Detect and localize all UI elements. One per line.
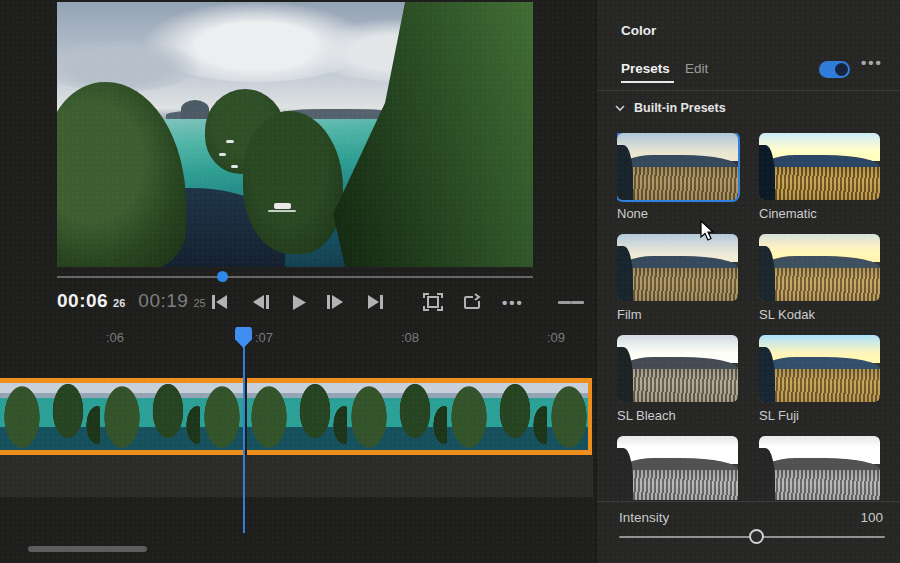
playhead-handle[interactable] — [235, 327, 252, 348]
timeline-horizontal-scrollbar[interactable] — [28, 546, 147, 552]
duration-frames: 25 — [193, 297, 205, 309]
play-button[interactable] — [286, 290, 312, 314]
skip-end-icon — [366, 294, 384, 310]
preset-grayscale-2[interactable] — [759, 436, 880, 500]
duration-timecode: 00:19 — [138, 290, 188, 312]
preview-boat-outrigger — [268, 210, 297, 213]
fullscreen-button[interactable] — [420, 290, 446, 314]
chevron-down-icon — [615, 103, 625, 113]
tab-presets[interactable]: Presets — [621, 61, 670, 76]
skip-to-start-button[interactable] — [207, 290, 233, 314]
panel-more-options-button[interactable]: ••• — [858, 54, 886, 71]
preview-small-boat — [226, 140, 234, 143]
video-preview — [57, 2, 533, 267]
preview-small-boat — [231, 165, 239, 168]
preset-sl-fuji[interactable]: SL Fuji — [759, 335, 880, 436]
panel-title: Color — [621, 23, 656, 38]
timeline-clip-left[interactable] — [0, 378, 244, 455]
preset-none[interactable]: None — [617, 133, 738, 234]
preview-boat — [274, 203, 291, 209]
preset-thumbnail — [759, 436, 880, 500]
preview-small-boat — [219, 153, 227, 156]
preview-more-options-button[interactable]: ••• — [500, 290, 526, 314]
preset-thumbnail — [617, 335, 738, 402]
preview-scrubber-track[interactable] — [57, 276, 533, 278]
preset-cinematic[interactable]: Cinematic — [759, 133, 880, 234]
active-tab-underline — [621, 81, 674, 83]
preset-thumbnail — [759, 234, 880, 301]
preset-label: SL Kodak — [759, 307, 880, 322]
timeline-menu-button[interactable] — [558, 290, 584, 314]
mouse-cursor — [700, 220, 716, 242]
intensity-slider[interactable] — [619, 528, 885, 546]
intensity-label: Intensity — [619, 510, 669, 525]
preset-grayscale-1[interactable] — [617, 436, 738, 500]
skip-to-end-button[interactable] — [362, 290, 388, 314]
ruler-tick-label: :09 — [547, 330, 565, 345]
section-label: Built-in Presets — [634, 101, 726, 115]
preview-scrubber-handle[interactable] — [217, 271, 228, 282]
menu-icon — [558, 301, 571, 304]
preset-sl-kodak[interactable]: SL Kodak — [759, 234, 880, 335]
timeline-track-background — [0, 455, 593, 497]
playhead-line — [243, 346, 245, 533]
preset-label: SL Fuji — [759, 408, 880, 423]
skip-start-icon — [211, 294, 229, 310]
divider — [597, 90, 900, 91]
preset-grid: None Cinematic Film — [617, 133, 880, 500]
preset-thumbnail — [759, 335, 880, 402]
preview-island-peak — [181, 100, 210, 119]
step-forward-icon — [326, 294, 344, 310]
intensity-value: 100 — [860, 510, 883, 525]
divider — [597, 501, 900, 502]
current-frames: 26 — [113, 297, 125, 309]
preset-thumbnail — [617, 436, 738, 500]
loop-icon — [463, 293, 483, 311]
preset-label: SL Bleach — [617, 408, 738, 423]
step-back-icon — [252, 294, 270, 310]
ruler-tick-label: :08 — [401, 330, 419, 345]
preset-label: None — [617, 206, 738, 221]
preset-label: Cinematic — [759, 206, 880, 221]
loop-playback-button[interactable] — [460, 290, 486, 314]
clip-thumbnail-strip — [0, 383, 244, 450]
preset-sl-bleach[interactable]: SL Bleach — [617, 335, 738, 436]
clip-thumbnail-strip — [247, 383, 588, 450]
color-enable-toggle[interactable] — [819, 61, 850, 78]
built-in-presets-header[interactable]: Built-in Presets — [615, 101, 726, 115]
play-icon — [291, 294, 307, 311]
ruler-tick-label: :06 — [106, 330, 124, 345]
preset-thumbnail — [617, 133, 738, 200]
step-forward-button[interactable] — [322, 290, 348, 314]
timeline-clip-right[interactable] — [247, 378, 592, 455]
intensity-slider-knob[interactable] — [749, 529, 764, 544]
app-window: 00:06 26 00:19 25 — [0, 0, 900, 563]
preset-thumbnail — [617, 234, 738, 301]
fullscreen-icon — [423, 293, 443, 311]
ruler-tick-label: :07 — [255, 330, 273, 345]
step-back-button[interactable] — [248, 290, 274, 314]
timecode-display: 00:06 26 00:19 25 — [57, 290, 206, 314]
preset-label: Film — [617, 307, 738, 322]
preset-thumbnail — [759, 133, 880, 200]
current-timecode: 00:06 — [57, 290, 108, 312]
preset-film[interactable]: Film — [617, 234, 738, 335]
color-panel: Color Presets Edit ••• Built-in Presets … — [596, 0, 900, 563]
tab-edit[interactable]: Edit — [685, 61, 708, 76]
toggle-knob — [835, 63, 848, 76]
